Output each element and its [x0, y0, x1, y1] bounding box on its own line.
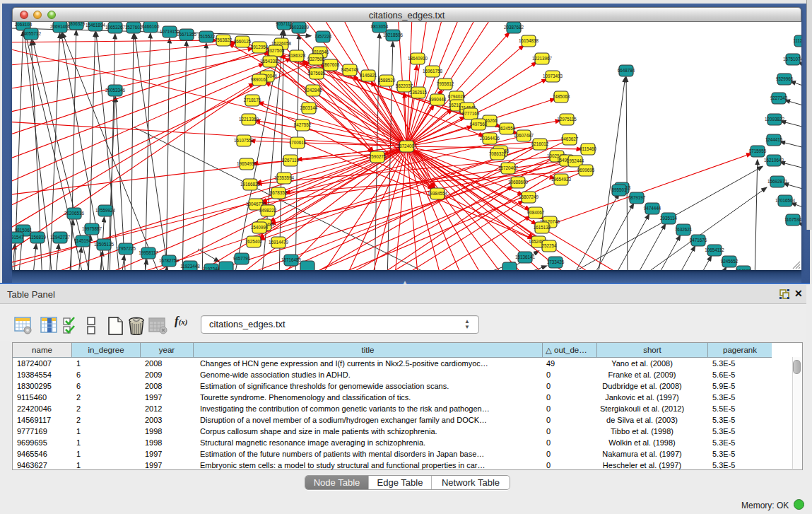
svg-text:7625402: 7625402 [245, 239, 263, 244]
svg-text:12213369: 12213369 [239, 117, 259, 122]
svg-text:9329966: 9329966 [776, 76, 794, 81]
svg-text:16914479: 16914479 [269, 240, 289, 245]
svg-text:16961758: 16961758 [423, 69, 443, 74]
svg-text:6216012: 6216012 [531, 141, 549, 146]
svg-text:2718176: 2718176 [244, 98, 261, 103]
svg-text:20387682: 20387682 [504, 25, 524, 30]
svg-text:5875685: 5875685 [308, 71, 326, 76]
svg-text:7357224: 7357224 [314, 34, 332, 39]
svg-text:8471676: 8471676 [690, 238, 707, 243]
svg-text:9474444: 9474444 [644, 206, 661, 211]
svg-text:9242848: 9242848 [305, 88, 322, 93]
svg-text:6497568: 6497568 [470, 122, 488, 127]
svg-text:1192344: 1192344 [203, 267, 220, 270]
svg-text:9115460: 9115460 [579, 146, 597, 151]
svg-text:3624554: 3624554 [498, 126, 516, 131]
svg-text:14055712: 14055712 [21, 31, 42, 36]
svg-text:19218506: 19218506 [383, 33, 404, 37]
svg-text:11923448: 11923448 [180, 264, 200, 269]
svg-text:3498222: 3498222 [259, 208, 277, 213]
svg-text:8990448: 8990448 [429, 97, 447, 102]
svg-text:16033809: 16033809 [289, 25, 310, 30]
svg-text:12942737: 12942737 [50, 235, 71, 240]
svg-text:12093822: 12093822 [765, 117, 785, 122]
svg-text:252254: 252254 [541, 243, 557, 248]
svg-text:8813054: 8813054 [371, 24, 389, 29]
svg-text:15720407: 15720407 [498, 165, 519, 170]
svg-text:7563822: 7563822 [215, 37, 233, 42]
svg-text:20206516: 20206516 [64, 211, 85, 216]
svg-text:8267110: 8267110 [282, 158, 300, 163]
svg-text:1952444: 1952444 [567, 158, 584, 163]
svg-text:8186328: 8186328 [288, 53, 306, 58]
svg-text:8912954: 8912954 [251, 45, 269, 49]
svg-text:20053346: 20053346 [105, 88, 126, 93]
svg-text:1244415: 1244415 [765, 137, 783, 142]
svg-text:10607487: 10607487 [514, 133, 534, 138]
svg-text:1156819: 1156819 [29, 235, 47, 240]
svg-text:1362615: 1362615 [410, 90, 428, 95]
svg-text:16782759: 16782759 [159, 258, 180, 263]
svg-text:1167534: 1167534 [784, 217, 801, 222]
svg-text:6879197: 6879197 [628, 195, 646, 200]
svg-text:7515522: 7515522 [198, 34, 216, 39]
svg-text:19166825: 19166825 [240, 182, 261, 187]
svg-text:6466160: 6466160 [142, 24, 160, 29]
svg-text:17016504: 17016504 [775, 198, 796, 203]
svg-text:16671355: 16671355 [177, 32, 197, 37]
svg-text:7485063: 7485063 [553, 94, 570, 99]
svg-text:391547: 391547 [12, 235, 24, 240]
svg-text:1733426: 1733426 [547, 259, 565, 264]
svg-text:9699695: 9699695 [577, 168, 595, 173]
svg-text:9777169: 9777169 [462, 111, 480, 116]
svg-text:19654923: 19654923 [551, 177, 572, 182]
svg-text:9227343: 9227343 [770, 95, 788, 100]
svg-text:7632621: 7632621 [675, 227, 693, 232]
svg-text:1588520: 1588520 [378, 78, 396, 83]
svg-text:1700616: 1700616 [289, 140, 307, 145]
svg-text:895501: 895501 [611, 187, 627, 192]
svg-text:2590275: 2590275 [369, 154, 387, 159]
svg-text:12213967: 12213967 [532, 56, 553, 61]
svg-text:9327505: 9327505 [267, 48, 285, 53]
svg-text:9146821: 9146821 [360, 73, 377, 78]
svg-text:9245652: 9245652 [721, 259, 739, 264]
svg-text:9463627: 9463627 [561, 136, 579, 141]
svg-text:924505: 924505 [736, 269, 751, 270]
svg-text:2063104: 2063104 [15, 22, 33, 27]
svg-text:9890161: 9890161 [251, 77, 269, 82]
svg-text:19384554: 19384554 [428, 191, 448, 196]
svg-text:2803144: 2803144 [300, 105, 318, 110]
svg-text:5822037: 5822037 [396, 83, 413, 88]
svg-text:19975887: 19975887 [82, 226, 102, 231]
svg-text:15692871: 15692871 [767, 179, 788, 184]
svg-text:8427552: 8427552 [294, 122, 312, 127]
svg-text:6794028: 6794028 [448, 94, 466, 99]
svg-text:2867608: 2867608 [322, 62, 340, 67]
svg-text:12505135: 12505135 [94, 242, 114, 247]
svg-text:1615132: 1615132 [534, 225, 551, 230]
svg-text:1145194: 1145194 [74, 238, 92, 243]
svg-text:9084067: 9084067 [527, 210, 545, 215]
svg-text:10973493: 10973493 [543, 74, 563, 78]
svg-text:16543382: 16543382 [260, 59, 281, 64]
svg-text:12975115: 12975115 [557, 117, 577, 122]
svg-text:7086322: 7086322 [489, 151, 507, 156]
svg-text:8454749: 8454749 [341, 67, 359, 72]
svg-text:1806329: 1806329 [68, 22, 86, 26]
svg-text:15751074: 15751074 [783, 57, 801, 62]
svg-text:16107552: 16107552 [234, 138, 254, 143]
svg-text:7955812: 7955812 [437, 81, 454, 86]
svg-text:12353594: 12353594 [274, 175, 295, 180]
svg-text:1527602: 1527602 [125, 25, 143, 30]
svg-text:19958117: 19958117 [139, 250, 158, 255]
svg-text:15716485: 15716485 [281, 257, 302, 262]
svg-text:17957225: 17957225 [116, 246, 136, 251]
svg-text:20364436: 20364436 [480, 136, 500, 141]
svg-text:8715955: 8715955 [749, 148, 767, 153]
svg-text:2935114: 2935114 [660, 216, 678, 221]
svg-text:16154838: 16154838 [519, 38, 539, 43]
svg-text:15461894: 15461894 [86, 23, 106, 28]
svg-text:8678352: 8678352 [270, 190, 288, 195]
svg-text:15136141: 15136141 [515, 255, 536, 259]
